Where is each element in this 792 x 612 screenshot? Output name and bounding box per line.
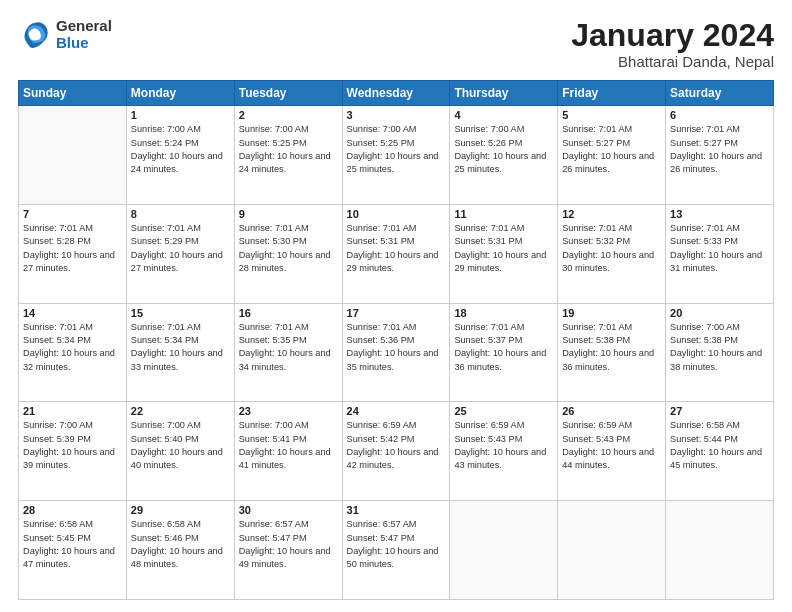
calendar-day-cell: 5 Sunrise: 7:01 AM Sunset: 5:27 PM Dayli…: [558, 106, 666, 205]
day-of-week-header: Sunday: [19, 81, 127, 106]
day-detail: Sunrise: 6:59 AM Sunset: 5:43 PM Dayligh…: [454, 419, 553, 472]
day-detail: Sunrise: 7:01 AM Sunset: 5:37 PM Dayligh…: [454, 321, 553, 374]
day-number: 13: [670, 208, 769, 220]
day-detail: Sunrise: 7:00 AM Sunset: 5:26 PM Dayligh…: [454, 123, 553, 176]
day-of-week-header: Saturday: [666, 81, 774, 106]
day-detail: Sunrise: 7:01 AM Sunset: 5:27 PM Dayligh…: [562, 123, 661, 176]
day-detail: Sunrise: 6:57 AM Sunset: 5:47 PM Dayligh…: [347, 518, 446, 571]
day-of-week-header: Thursday: [450, 81, 558, 106]
day-detail: Sunrise: 7:01 AM Sunset: 5:27 PM Dayligh…: [670, 123, 769, 176]
day-detail: Sunrise: 7:01 AM Sunset: 5:29 PM Dayligh…: [131, 222, 230, 275]
day-detail: Sunrise: 7:00 AM Sunset: 5:41 PM Dayligh…: [239, 419, 338, 472]
day-number: 11: [454, 208, 553, 220]
day-detail: Sunrise: 7:01 AM Sunset: 5:36 PM Dayligh…: [347, 321, 446, 374]
day-number: 8: [131, 208, 230, 220]
day-detail: Sunrise: 6:59 AM Sunset: 5:43 PM Dayligh…: [562, 419, 661, 472]
day-number: 7: [23, 208, 122, 220]
day-number: 27: [670, 405, 769, 417]
day-number: 19: [562, 307, 661, 319]
calendar-day-cell: 6 Sunrise: 7:01 AM Sunset: 5:27 PM Dayli…: [666, 106, 774, 205]
calendar-day-cell: 26 Sunrise: 6:59 AM Sunset: 5:43 PM Dayl…: [558, 402, 666, 501]
calendar-day-cell: 28 Sunrise: 6:58 AM Sunset: 5:45 PM Dayl…: [19, 501, 127, 600]
day-number: 10: [347, 208, 446, 220]
calendar-location: Bhattarai Danda, Nepal: [571, 53, 774, 70]
day-detail: Sunrise: 7:01 AM Sunset: 5:31 PM Dayligh…: [347, 222, 446, 275]
day-detail: Sunrise: 7:01 AM Sunset: 5:33 PM Dayligh…: [670, 222, 769, 275]
day-number: 2: [239, 109, 338, 121]
calendar-day-cell: 11 Sunrise: 7:01 AM Sunset: 5:31 PM Dayl…: [450, 204, 558, 303]
calendar-day-cell: 9 Sunrise: 7:01 AM Sunset: 5:30 PM Dayli…: [234, 204, 342, 303]
day-detail: Sunrise: 7:01 AM Sunset: 5:35 PM Dayligh…: [239, 321, 338, 374]
calendar-day-cell: 10 Sunrise: 7:01 AM Sunset: 5:31 PM Dayl…: [342, 204, 450, 303]
calendar-week-row: 14 Sunrise: 7:01 AM Sunset: 5:34 PM Dayl…: [19, 303, 774, 402]
calendar-week-row: 21 Sunrise: 7:00 AM Sunset: 5:39 PM Dayl…: [19, 402, 774, 501]
day-detail: Sunrise: 6:58 AM Sunset: 5:46 PM Dayligh…: [131, 518, 230, 571]
day-number: 15: [131, 307, 230, 319]
day-detail: Sunrise: 7:00 AM Sunset: 5:25 PM Dayligh…: [347, 123, 446, 176]
day-number: 18: [454, 307, 553, 319]
day-detail: Sunrise: 7:01 AM Sunset: 5:28 PM Dayligh…: [23, 222, 122, 275]
day-number: 20: [670, 307, 769, 319]
calendar-day-cell: 8 Sunrise: 7:01 AM Sunset: 5:29 PM Dayli…: [126, 204, 234, 303]
day-number: 16: [239, 307, 338, 319]
day-number: 25: [454, 405, 553, 417]
calendar-day-cell: 3 Sunrise: 7:00 AM Sunset: 5:25 PM Dayli…: [342, 106, 450, 205]
calendar-day-cell: [19, 106, 127, 205]
calendar-table: SundayMondayTuesdayWednesdayThursdayFrid…: [18, 80, 774, 600]
calendar-day-cell: [450, 501, 558, 600]
day-number: 5: [562, 109, 661, 121]
calendar-day-cell: 24 Sunrise: 6:59 AM Sunset: 5:42 PM Dayl…: [342, 402, 450, 501]
day-number: 12: [562, 208, 661, 220]
calendar-day-cell: [558, 501, 666, 600]
calendar-header-row: SundayMondayTuesdayWednesdayThursdayFrid…: [19, 81, 774, 106]
calendar-day-cell: 7 Sunrise: 7:01 AM Sunset: 5:28 PM Dayli…: [19, 204, 127, 303]
day-detail: Sunrise: 7:01 AM Sunset: 5:34 PM Dayligh…: [23, 321, 122, 374]
calendar-day-cell: 25 Sunrise: 6:59 AM Sunset: 5:43 PM Dayl…: [450, 402, 558, 501]
calendar-day-cell: 21 Sunrise: 7:00 AM Sunset: 5:39 PM Dayl…: [19, 402, 127, 501]
day-detail: Sunrise: 6:58 AM Sunset: 5:45 PM Dayligh…: [23, 518, 122, 571]
day-detail: Sunrise: 7:00 AM Sunset: 5:38 PM Dayligh…: [670, 321, 769, 374]
day-number: 29: [131, 504, 230, 516]
calendar-week-row: 28 Sunrise: 6:58 AM Sunset: 5:45 PM Dayl…: [19, 501, 774, 600]
calendar-day-cell: 31 Sunrise: 6:57 AM Sunset: 5:47 PM Dayl…: [342, 501, 450, 600]
day-detail: Sunrise: 7:00 AM Sunset: 5:40 PM Dayligh…: [131, 419, 230, 472]
calendar-day-cell: 30 Sunrise: 6:57 AM Sunset: 5:47 PM Dayl…: [234, 501, 342, 600]
day-number: 21: [23, 405, 122, 417]
day-of-week-header: Tuesday: [234, 81, 342, 106]
calendar-day-cell: 29 Sunrise: 6:58 AM Sunset: 5:46 PM Dayl…: [126, 501, 234, 600]
day-detail: Sunrise: 7:01 AM Sunset: 5:32 PM Dayligh…: [562, 222, 661, 275]
day-number: 22: [131, 405, 230, 417]
day-detail: Sunrise: 6:58 AM Sunset: 5:44 PM Dayligh…: [670, 419, 769, 472]
calendar-week-row: 7 Sunrise: 7:01 AM Sunset: 5:28 PM Dayli…: [19, 204, 774, 303]
calendar-day-cell: 16 Sunrise: 7:01 AM Sunset: 5:35 PM Dayl…: [234, 303, 342, 402]
calendar-day-cell: 27 Sunrise: 6:58 AM Sunset: 5:44 PM Dayl…: [666, 402, 774, 501]
day-detail: Sunrise: 6:59 AM Sunset: 5:42 PM Dayligh…: [347, 419, 446, 472]
day-detail: Sunrise: 6:57 AM Sunset: 5:47 PM Dayligh…: [239, 518, 338, 571]
calendar-day-cell: 13 Sunrise: 7:01 AM Sunset: 5:33 PM Dayl…: [666, 204, 774, 303]
calendar-day-cell: 14 Sunrise: 7:01 AM Sunset: 5:34 PM Dayl…: [19, 303, 127, 402]
header: General Blue January 2024 Bhattarai Dand…: [18, 18, 774, 70]
day-number: 1: [131, 109, 230, 121]
calendar-week-row: 1 Sunrise: 7:00 AM Sunset: 5:24 PM Dayli…: [19, 106, 774, 205]
calendar-day-cell: 17 Sunrise: 7:01 AM Sunset: 5:36 PM Dayl…: [342, 303, 450, 402]
logo-text: General Blue: [56, 18, 112, 51]
day-of-week-header: Wednesday: [342, 81, 450, 106]
title-block: January 2024 Bhattarai Danda, Nepal: [571, 18, 774, 70]
day-number: 3: [347, 109, 446, 121]
calendar-day-cell: 20 Sunrise: 7:00 AM Sunset: 5:38 PM Dayl…: [666, 303, 774, 402]
day-of-week-header: Monday: [126, 81, 234, 106]
day-detail: Sunrise: 7:01 AM Sunset: 5:38 PM Dayligh…: [562, 321, 661, 374]
logo: General Blue: [18, 18, 112, 51]
day-number: 4: [454, 109, 553, 121]
day-detail: Sunrise: 7:00 AM Sunset: 5:24 PM Dayligh…: [131, 123, 230, 176]
day-number: 9: [239, 208, 338, 220]
day-number: 17: [347, 307, 446, 319]
logo-blue-text: Blue: [56, 35, 112, 52]
day-number: 26: [562, 405, 661, 417]
day-detail: Sunrise: 7:01 AM Sunset: 5:31 PM Dayligh…: [454, 222, 553, 275]
day-number: 28: [23, 504, 122, 516]
day-number: 6: [670, 109, 769, 121]
page: General Blue January 2024 Bhattarai Dand…: [0, 0, 792, 612]
calendar-day-cell: 2 Sunrise: 7:00 AM Sunset: 5:25 PM Dayli…: [234, 106, 342, 205]
calendar-day-cell: 22 Sunrise: 7:00 AM Sunset: 5:40 PM Dayl…: [126, 402, 234, 501]
